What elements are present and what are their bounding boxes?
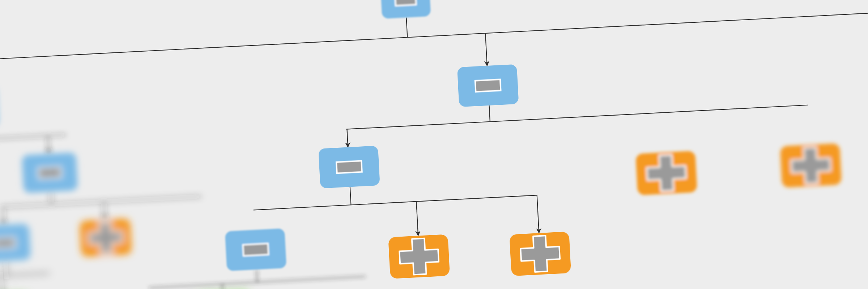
svg-line-19 [663, 113, 664, 122]
svg-line-9 [51, 192, 51, 204]
svg-line-23 [350, 187, 351, 205]
svg-line-3 [485, 33, 487, 66]
tree-diagram [0, 0, 868, 289]
svg-line-24 [254, 195, 537, 210]
svg-line-13 [5, 261, 6, 275]
node-cl_b1[interactable] [0, 224, 31, 262]
svg-line-6 [0, 135, 66, 143]
svg-line-20 [664, 122, 665, 152]
svg-line-14 [0, 273, 50, 278]
svg-line-18 [347, 129, 348, 147]
minus-icon [0, 237, 16, 249]
minus-icon [243, 243, 269, 256]
node-cc_l_a[interactable] [225, 228, 287, 271]
node-root[interactable] [380, 0, 431, 19]
svg-line-15 [1, 276, 2, 289]
svg-line-11 [3, 207, 4, 225]
svg-line-0 [407, 18, 408, 38]
edge [345, 89, 810, 169]
svg-line-1 [0, 9, 868, 60]
svg-line-27 [417, 211, 418, 236]
svg-line-30 [256, 269, 257, 282]
node-cc_l[interactable] [318, 146, 380, 188]
svg-line-8 [48, 136, 49, 154]
svg-line-32 [222, 284, 223, 289]
svg-line-10 [1, 197, 201, 207]
svg-line-12 [104, 202, 105, 220]
svg-line-22 [808, 114, 810, 145]
node-c_center[interactable] [457, 64, 519, 107]
svg-line-26 [416, 202, 417, 211]
node-cc_r1[interactable] [635, 151, 697, 195]
svg-line-28 [537, 195, 538, 206]
node-cl_b[interactable] [22, 152, 78, 193]
svg-line-29 [537, 206, 539, 233]
edge [0, 0, 868, 93]
minus-icon [38, 167, 61, 179]
minus-icon [395, 0, 416, 6]
minus-icon [475, 79, 501, 92]
minus-icon [336, 161, 362, 173]
svg-line-16 [489, 105, 490, 122]
node-cl_b2[interactable] [80, 218, 132, 257]
node-cc_l_b[interactable] [388, 234, 450, 279]
node-cc_l_c[interactable] [509, 232, 571, 276]
edge [0, 259, 51, 289]
svg-line-17 [346, 105, 808, 129]
node-cc_r2[interactable] [780, 143, 842, 187]
svg-line-21 [808, 105, 808, 114]
svg-line-25 [254, 210, 255, 230]
